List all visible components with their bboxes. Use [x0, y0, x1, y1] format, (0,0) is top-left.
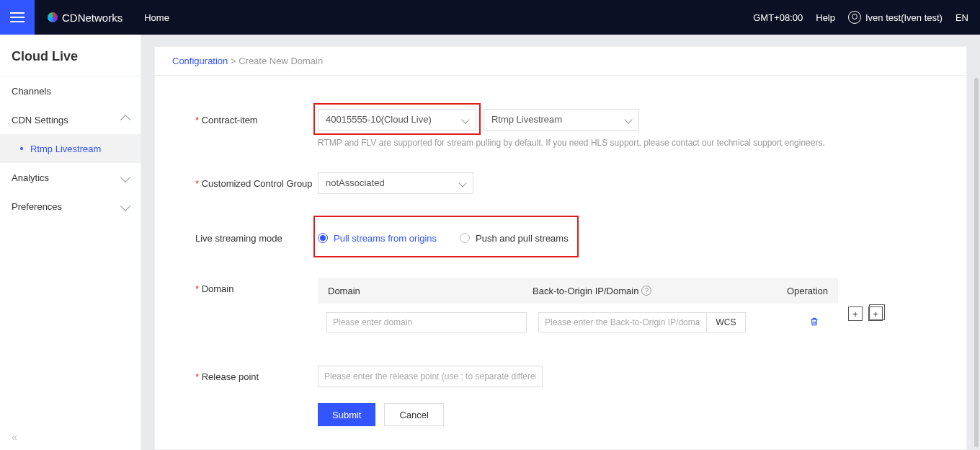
sidebar-item-rtmp[interactable]: Rtmp Livestream [0, 134, 141, 163]
main-card: Configuration > Create New Domain Contra… [154, 46, 967, 450]
input-domain[interactable] [326, 312, 527, 332]
submit-button[interactable]: Submit [318, 403, 375, 426]
breadcrumb-configuration[interactable]: Configuration [172, 56, 228, 66]
user-name: Iven test(Iven test) [865, 12, 943, 23]
brand-logo-icon [48, 12, 58, 22]
chevron-down-icon [458, 179, 466, 187]
label-mode: Live streaming mode [195, 227, 318, 249]
label-ccg: Customized Control Group [195, 172, 318, 194]
domain-table: Domain Back-to-Origin IP/Domain ? Operat… [318, 278, 838, 332]
table-row: WCS [318, 304, 838, 332]
sidebar-collapse[interactable]: « [0, 424, 141, 450]
col-domain: Domain [318, 286, 533, 296]
timezone-label: GMT+08:00 [753, 12, 803, 23]
select-stream-type[interactable]: Rtmp Livestream [484, 109, 639, 131]
chevron-down-icon [624, 115, 632, 123]
nav-home[interactable]: Home [144, 12, 169, 23]
select-contract[interactable]: 40015555-10(Cloud Live) [318, 109, 476, 131]
brand: CDNetworks [48, 12, 122, 24]
input-origin[interactable] [538, 312, 707, 332]
sidebar: Cloud Live Channels CDN Settings Rtmp Li… [0, 35, 141, 450]
user-icon [848, 11, 861, 24]
highlight-mode [313, 216, 579, 257]
brand-text: CDNetworks [62, 12, 122, 24]
label-release-point: Release point [195, 366, 318, 387]
cancel-button[interactable]: Cancel [384, 403, 443, 426]
chevron-up-icon [120, 115, 130, 125]
chevron-down-icon [461, 115, 469, 123]
breadcrumb: Configuration > Create New Domain [155, 47, 966, 76]
top-bar: CDNetworks Home GMT+08:00 Help Iven test… [0, 0, 980, 35]
add-row-button[interactable]: + [848, 306, 863, 321]
sidebar-title: Cloud Live [0, 35, 141, 76]
lang-switch[interactable]: EN [956, 12, 968, 23]
wcs-label: WCS [707, 312, 746, 332]
select-ccg[interactable]: notAssociated [318, 172, 473, 194]
label-domain: Domain [195, 278, 318, 332]
user-menu[interactable]: Iven test(Iven test) [848, 11, 943, 24]
sidebar-item-channels[interactable]: Channels [0, 76, 141, 105]
hamburger-menu[interactable] [0, 0, 35, 35]
sidebar-item-cdn-settings[interactable]: CDN Settings [0, 105, 141, 134]
help-icon[interactable]: ? [641, 286, 651, 296]
help-link[interactable]: Help [816, 12, 835, 23]
scrollbar[interactable] [974, 78, 979, 447]
chevron-down-icon [120, 201, 130, 211]
sidebar-item-analytics[interactable]: Analytics [0, 163, 141, 192]
label-contract: Contract-item [195, 109, 318, 148]
col-origin: Back-to-Origin IP/Domain ? [533, 286, 769, 296]
breadcrumb-current: Create New Domain [239, 56, 323, 66]
input-release-point[interactable] [318, 366, 543, 387]
trash-icon[interactable] [809, 317, 819, 329]
chevron-down-icon [120, 172, 130, 182]
add-multi-button[interactable]: + [868, 306, 883, 321]
contract-hint: RTMP and FLV are supported for stream pu… [318, 138, 949, 148]
col-operation: Operation [769, 286, 838, 296]
sidebar-item-preferences[interactable]: Preferences [0, 192, 141, 221]
